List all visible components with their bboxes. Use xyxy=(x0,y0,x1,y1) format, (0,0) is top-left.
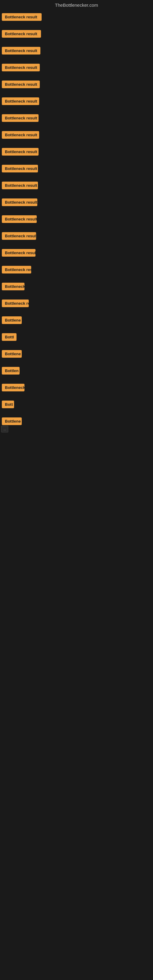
bottleneck-item-22: Bottlen xyxy=(2,365,151,382)
bottleneck-item-9: Bottleneck result xyxy=(2,146,151,163)
site-header: TheBottlenecker.com xyxy=(0,0,153,11)
bottleneck-item-5: Bottleneck result xyxy=(2,79,151,95)
bottleneck-item-16: Bottleneck res xyxy=(2,264,151,281)
bottleneck-item-10: Bottleneck result xyxy=(2,163,151,180)
bottleneck-label-16[interactable]: Bottleneck res xyxy=(2,266,31,274)
bottleneck-item-21: Bottlene xyxy=(2,348,151,365)
bottleneck-item-20: Bottl xyxy=(2,331,151,348)
bottleneck-label-12[interactable]: Bottleneck result xyxy=(2,199,37,206)
bottleneck-label-8[interactable]: Bottleneck result xyxy=(2,131,39,139)
bottleneck-item-15: Bottleneck result xyxy=(2,247,151,264)
bottleneck-item-12: Bottleneck result xyxy=(2,197,151,213)
bottleneck-item-13: Bottleneck result xyxy=(2,213,151,230)
bottleneck-label-24[interactable]: Bott xyxy=(2,401,14,408)
bottleneck-label-20[interactable]: Bottl xyxy=(2,333,16,341)
bottleneck-label-4[interactable]: Bottleneck result xyxy=(2,64,40,72)
bottleneck-label-15[interactable]: Bottleneck result xyxy=(2,249,35,257)
bottleneck-label-23[interactable]: Bottleneck xyxy=(2,384,24,391)
bottleneck-label-19[interactable]: Bottlene xyxy=(2,317,22,324)
bottleneck-label-11[interactable]: Bottleneck result xyxy=(2,181,38,189)
bottleneck-item-8: Bottleneck result xyxy=(2,129,151,146)
bottleneck-item-4: Bottleneck result xyxy=(2,62,151,79)
bottleneck-label-7[interactable]: Bottleneck result xyxy=(2,114,38,122)
bottleneck-label-18[interactable]: Bottleneck re xyxy=(2,299,29,307)
bottleneck-item-6: Bottleneck result xyxy=(2,95,151,112)
bottleneck-item-11: Bottleneck result xyxy=(2,180,151,197)
bottleneck-item-19: Bottlene xyxy=(2,315,151,331)
bottleneck-item-2: Bottleneck result xyxy=(2,28,151,45)
bottleneck-label-13[interactable]: Bottleneck result xyxy=(2,215,37,223)
bottleneck-label-5[interactable]: Bottleneck result xyxy=(2,81,40,88)
bottleneck-label-2[interactable]: Bottleneck result xyxy=(2,30,41,38)
bottleneck-item-7: Bottleneck result xyxy=(2,112,151,129)
bottleneck-label-17[interactable]: Bottleneck xyxy=(2,283,24,290)
bottleneck-label-21[interactable]: Bottlene xyxy=(2,350,22,358)
bottleneck-label-6[interactable]: Bottleneck result xyxy=(2,97,39,105)
bottleneck-label-10[interactable]: Bottleneck result xyxy=(2,165,38,172)
bottleneck-item-25: Bottlene xyxy=(2,415,151,433)
bottleneck-item-14: Bottleneck result xyxy=(2,230,151,247)
bottleneck-label-9[interactable]: Bottleneck result xyxy=(2,148,38,156)
bottleneck-label-25[interactable]: Bottlene xyxy=(2,417,22,425)
bottleneck-item-3: Bottleneck result xyxy=(2,45,151,62)
bottleneck-item-24: Bott xyxy=(2,399,151,415)
bottleneck-label-1[interactable]: Bottleneck result xyxy=(2,13,41,21)
bottleneck-item-18: Bottleneck re xyxy=(2,298,151,315)
bottleneck-item-17: Bottleneck xyxy=(2,281,151,298)
bottleneck-list: Bottleneck resultBottleneck resultBottle… xyxy=(0,11,153,433)
bottleneck-label-14[interactable]: Bottleneck result xyxy=(2,232,36,240)
bottleneck-item-23: Bottleneck xyxy=(2,382,151,399)
dots-indicator: ... xyxy=(1,426,8,433)
bottom-section: ... xyxy=(0,439,153,684)
site-title: TheBottlenecker.com xyxy=(55,2,98,8)
bottleneck-label-3[interactable]: Bottleneck result xyxy=(2,47,40,54)
bottleneck-label-22[interactable]: Bottlen xyxy=(2,367,19,375)
bottleneck-item-1: Bottleneck result xyxy=(2,11,151,28)
